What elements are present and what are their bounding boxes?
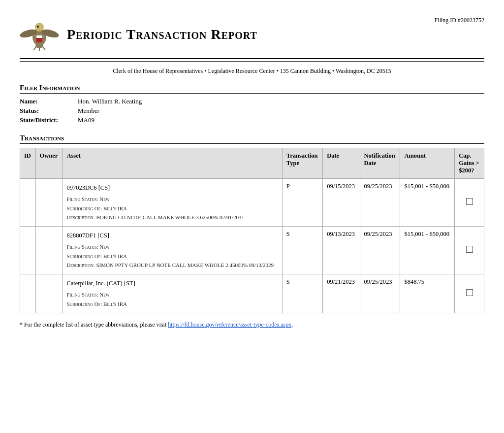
cell-type-1: P [282,179,322,227]
filer-district-label: State/District: [20,116,74,124]
svg-point-8 [35,43,43,48]
table-row: 097023DC6 [CS] Filing Status: New Subhol… [20,179,484,227]
cell-amount-2: $15,001 - $50,000 [400,227,455,274]
svg-line-9 [33,47,36,50]
table-row: 828807DF1 [CS] Filing Status: New Subhol… [20,227,484,274]
asset-meta-line-2-2: Description: SIMON PPTY GROUP LP NOTE CA… [66,261,278,270]
asset-meta-1: Filing Status: New Subholding Of: Bill's… [66,195,278,222]
cell-asset-3: Caterpillar, Inc. (CAT) [ST] Filing Stat… [63,274,282,313]
cell-id-2 [20,227,36,274]
filer-name-value: Hon. William R. Keating [78,98,142,105]
asset-name-2: 828807DF1 [CS] [66,231,278,240]
checkbox-1[interactable] [466,198,473,205]
eagle-icon [20,15,59,54]
cell-amount-3: $848.75 [400,274,455,313]
filer-section-title: Filer Information [20,84,484,94]
transactions-section: Transactions ID Owner Asset TransactionT… [20,134,484,313]
asset-meta-2: Filing Status: New Subholding Of: Bill's… [66,242,278,270]
cell-owner-3 [35,274,63,313]
checkbox-3[interactable] [466,289,473,296]
filer-row-name: Name: Hon. William R. Keating [20,98,484,105]
header-divider-thin [20,61,484,62]
col-amount: Amount [400,148,455,179]
filer-row-status: Status: Member [20,107,484,115]
transactions-section-title: Transactions [20,134,484,144]
cell-date-1: 09/15/2023 [323,179,360,227]
header: Periodic Transaction Report Filing ID #2… [20,15,484,54]
report-title: Periodic Transaction Report [67,27,257,42]
cell-capgains-3 [455,274,484,313]
cell-asset-1: 097023DC6 [CS] Filing Status: New Subhol… [63,179,282,227]
header-divider [20,58,484,59]
table-header-row: ID Owner Asset TransactionType Date Noti… [20,148,484,179]
asset-meta-line-3-0: Filing Status: New [66,290,278,300]
cell-amount-1: $15,001 - $50,000 [400,179,455,227]
cell-notif-date-2: 09/25/2023 [360,227,400,274]
cell-capgains-2 [455,227,484,274]
filing-id: Filing ID #20023752 [435,15,484,24]
footnote: * For the complete list of asset type ab… [20,321,484,329]
asset-meta-line-2-0: Filing Status: New [66,242,278,252]
svg-line-11 [43,47,45,50]
footnote-link[interactable]: https://fd.house.gov/reference/asset-typ… [168,321,291,328]
asset-name-1: 097023DC6 [CS] [66,183,278,193]
checkbox-2[interactable] [466,246,473,253]
header-left: Periodic Transaction Report [20,15,257,54]
col-notification-date: NotificationDate [360,148,400,179]
col-id: ID [20,148,36,179]
cell-notif-date-1: 09/25/2023 [360,179,400,227]
filer-name-label: Name: [20,98,74,105]
col-asset: Asset [63,148,282,179]
asset-meta-3: Filing Status: New Subholding Of: Bill's… [66,290,278,308]
footnote-text-after: . [291,321,293,328]
filer-district-value: MA09 [78,116,94,124]
cell-owner-2 [35,227,63,274]
transactions-table: ID Owner Asset TransactionType Date Noti… [20,148,484,313]
table-row: Caterpillar, Inc. (CAT) [ST] Filing Stat… [20,274,484,313]
clerk-line: Clerk of the House of Representatives • … [20,67,484,75]
asset-meta-line-1-1: Subholding Of: Bill's IRA [66,204,278,213]
footnote-text-before: * For the complete list of asset type ab… [20,321,168,328]
filer-status-label: Status: [20,107,74,115]
asset-meta-line-3-1: Subholding Of: Bill's IRA [66,300,278,309]
cell-type-2: S [282,227,322,274]
cell-notif-date-3: 09/25/2023 [360,274,400,313]
col-date: Date [323,148,360,179]
cell-owner-1 [35,179,63,227]
col-transaction-type: TransactionType [282,148,322,179]
asset-name-3: Caterpillar, Inc. (CAT) [ST] [66,278,278,288]
svg-rect-7 [36,35,42,38]
cell-id-1 [20,179,36,227]
cell-type-3: S [282,274,322,313]
asset-meta-line-1-0: Filing Status: New [66,195,278,204]
asset-meta-line-1-2: Description: BOEING CO NOTE CALL MAKE WH… [66,213,278,222]
cell-date-3: 09/21/2023 [323,274,360,313]
asset-meta-line-2-1: Subholding Of: Bill's IRA [66,252,278,261]
svg-point-5 [37,26,39,28]
col-owner: Owner [35,148,63,179]
cell-capgains-1 [455,179,484,227]
filer-row-district: State/District: MA09 [20,116,484,124]
filer-info-section: Filer Information Name: Hon. William R. … [20,84,484,124]
cell-id-3 [20,274,36,313]
cell-date-2: 09/13/2023 [323,227,360,274]
col-cap-gains: Cap.Gains >$200? [455,148,484,179]
cell-asset-2: 828807DF1 [CS] Filing Status: New Subhol… [63,227,282,274]
filer-status-value: Member [78,107,99,115]
